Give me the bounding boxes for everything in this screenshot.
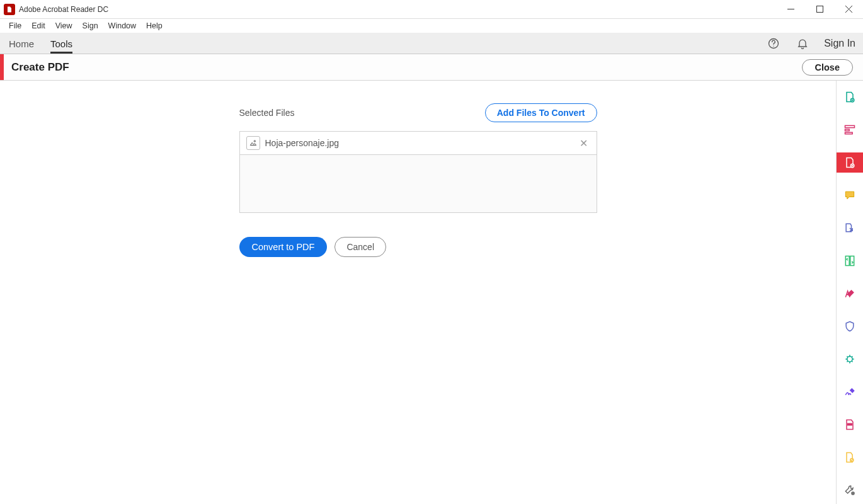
- file-thumb-icon: [246, 136, 260, 150]
- file-row[interactable]: Hoja-personaje.jpg ✕: [240, 132, 597, 155]
- svg-rect-9: [845, 129, 850, 131]
- remove-file-icon[interactable]: ✕: [577, 136, 590, 151]
- svg-point-6: [254, 140, 255, 142]
- titlebar-left: Adobe Acrobat Reader DC: [0, 4, 108, 15]
- window-controls: [776, 0, 863, 19]
- file-name: Hoja-personaje.jpg: [265, 138, 340, 148]
- app-title: Adobe Acrobat Reader DC: [19, 5, 108, 14]
- menu-file[interactable]: File: [4, 20, 26, 32]
- app-icon: [4, 4, 15, 15]
- tabstrip-right: Sign In: [766, 36, 855, 51]
- add-files-button[interactable]: Add Files To Convert: [485, 103, 597, 122]
- notifications-icon[interactable]: [795, 36, 810, 51]
- menubar: File Edit View Sign Window Help: [0, 19, 863, 33]
- menu-edit[interactable]: Edit: [26, 20, 50, 32]
- minimize-button[interactable]: [776, 0, 805, 19]
- main-area: Selected Files Add Files To Convert Hoja…: [0, 81, 863, 504]
- svg-rect-8: [845, 125, 855, 127]
- titlebar: Adobe Acrobat Reader DC: [0, 0, 863, 19]
- rail-compare-icon[interactable]: [837, 447, 864, 467]
- rail-redact-icon[interactable]: [837, 415, 864, 435]
- rail-more-tools-icon[interactable]: [837, 480, 864, 500]
- rail-create-pdf-icon[interactable]: [837, 152, 864, 173]
- menu-window[interactable]: Window: [103, 20, 141, 32]
- files-list: Hoja-personaje.jpg ✕: [239, 131, 597, 213]
- content: Selected Files Add Files To Convert Hoja…: [0, 81, 836, 504]
- rail-organize-pages-icon[interactable]: [837, 251, 864, 271]
- rail-comment-icon[interactable]: [837, 185, 864, 205]
- menu-view[interactable]: View: [50, 20, 77, 32]
- tool-header-left: Create PDF: [0, 54, 69, 80]
- maximize-button[interactable]: [805, 0, 834, 19]
- tool-title: Create PDF: [11, 61, 69, 74]
- svg-rect-1: [816, 6, 823, 13]
- tool-header: Create PDF Close: [0, 54, 863, 81]
- tool-accent-bar: [0, 54, 4, 80]
- tab-home[interactable]: Home: [9, 35, 34, 54]
- action-buttons: Convert to PDF Cancel: [239, 237, 597, 257]
- menu-sign[interactable]: Sign: [77, 20, 103, 32]
- right-tool-rail: [836, 81, 863, 504]
- tabstrip: Home Tools Sign In: [0, 33, 863, 54]
- rail-sign-icon[interactable]: [837, 382, 864, 402]
- selected-files-header: Selected Files Add Files To Convert: [239, 103, 597, 122]
- rail-protect-icon[interactable]: [837, 316, 864, 336]
- tabstrip-left: Home Tools: [9, 33, 72, 54]
- help-icon[interactable]: [766, 36, 781, 51]
- menu-help[interactable]: Help: [141, 20, 168, 32]
- svg-rect-13: [850, 256, 854, 266]
- selected-files-label: Selected Files: [239, 108, 295, 118]
- cancel-button[interactable]: Cancel: [334, 237, 386, 257]
- svg-point-5: [774, 45, 774, 46]
- tab-tools[interactable]: Tools: [50, 35, 72, 54]
- rail-fill-sign-icon[interactable]: [837, 284, 864, 304]
- rail-stamp-icon[interactable]: [837, 349, 864, 369]
- svg-rect-10: [845, 132, 853, 134]
- close-tool-button[interactable]: Close: [802, 59, 854, 76]
- rail-edit-pdf-icon[interactable]: [837, 120, 864, 140]
- center-column: Selected Files Add Files To Convert Hoja…: [239, 103, 597, 504]
- convert-button[interactable]: Convert to PDF: [239, 237, 328, 257]
- rail-export-pdf-icon[interactable]: [837, 87, 864, 107]
- svg-point-14: [847, 357, 852, 362]
- svg-rect-12: [845, 256, 849, 266]
- svg-rect-15: [848, 423, 852, 425]
- file-row-left: Hoja-personaje.jpg: [246, 136, 340, 150]
- rail-combine-files-icon[interactable]: [837, 218, 864, 238]
- sign-in-link[interactable]: Sign In: [824, 38, 855, 49]
- close-window-button[interactable]: [834, 0, 863, 19]
